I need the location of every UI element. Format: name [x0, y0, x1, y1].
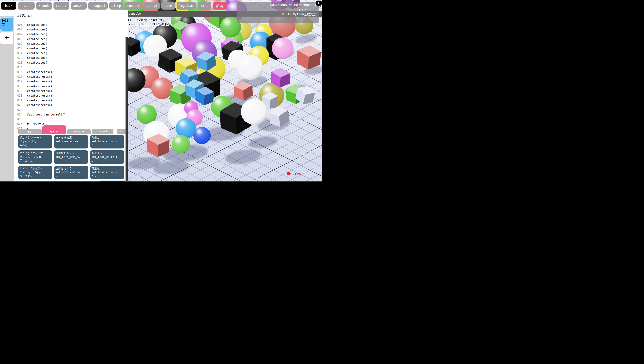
code-text: createspheres() — [27, 93, 52, 98]
code-line: 012createcubes() — [17, 56, 66, 60]
file-tab-3001py[interactable]: 3001.py — [0, 18, 13, 31]
toolbar-button-script[interactable]: script — [144, 2, 160, 10]
line-number: 013 — [17, 60, 25, 65]
line-number: 015 — [17, 70, 25, 74]
line-number: 016 — [17, 74, 25, 79]
code-line: 005createcubes() — [17, 23, 66, 27]
live-label: live — [292, 171, 302, 176]
code-line: 006createcubes() — [17, 27, 66, 32]
code-line: 018createspheres() — [17, 84, 66, 89]
snippet-button[interactable]: dialog("ダイアロ グメッセージを表 示します… — [18, 150, 52, 164]
line-number: 010 — [17, 46, 25, 51]
code-text: createcubes() — [27, 51, 49, 56]
scene-cube — [267, 104, 291, 130]
line-number: 018 — [17, 84, 25, 89]
toolbar-button-console[interactable]: console — [125, 2, 142, 10]
line-number: 005 — [17, 23, 25, 27]
console-line: >>> [python] HELLO WORLD — [128, 22, 170, 27]
toolbar: back...< undoredo >answerdraggablsleepco… — [1, 2, 227, 10]
code-line: 013createcubes() — [17, 60, 66, 65]
snippet-tab-object[interactable]: object — [92, 129, 114, 134]
line-number: 007 — [17, 32, 25, 37]
code-line: 011createcubes() — [17, 51, 66, 56]
code-line: 015createspheres() — [17, 70, 66, 74]
snippet-tab-oragon[interactable]: oragon — [67, 129, 90, 134]
window-bottom-edge — [0, 181, 322, 182]
line-number: 012 — [17, 56, 25, 60]
snippet-tab-py[interactable]: py — [18, 129, 42, 134]
code-line: 008createcubes() — [17, 37, 66, 42]
code-lines[interactable]: 005createcubes()006createcubes()007creat… — [17, 23, 66, 131]
snippet-button[interactable]: 透視射影カメラ set_pers_cam_d… — [54, 150, 88, 164]
code-text: createspheres() — [27, 89, 52, 93]
scene-sphere — [272, 38, 294, 59]
mode-label: SOLVEPROBLEM MODE #003001 — [237, 3, 316, 7]
editor-filename: 3001.py — [17, 13, 32, 18]
toolbar-button-dots[interactable]: ... — [18, 2, 34, 10]
add-file-button[interactable]: + — [0, 32, 13, 44]
toolbar-button-draggabl[interactable]: draggabl — [88, 2, 108, 10]
toolbar-button-redo[interactable]: redo > — [54, 2, 69, 10]
line-number: 008 — [17, 37, 25, 42]
code-text: createspheres() — [27, 103, 52, 107]
scene-sphere — [194, 127, 211, 144]
scene-cube — [296, 44, 322, 73]
code-line: 024#set_pers_cam_default() — [17, 112, 66, 117]
code-line: 014 — [17, 65, 66, 70]
line-number: 017 — [17, 79, 25, 84]
line-number: 020 — [17, 93, 25, 98]
code-text: createspheres() — [27, 79, 52, 84]
line-number: 006 — [17, 27, 25, 32]
code-line: 023 — [17, 108, 66, 112]
snippet-button[interactable]: 背景グレー set_base_color(c … — [90, 150, 124, 164]
code-line: 010createcubes() — [17, 46, 66, 51]
code-line: 020createspheres() — [17, 93, 66, 98]
line-number: 014 — [17, 65, 25, 70]
line-number: 021 — [17, 98, 25, 103]
code-text: createcubes() — [27, 32, 49, 37]
snippet-button[interactable]: 正射影カメラ set_orth_cam_de … — [54, 166, 88, 179]
play-button[interactable]: play — [213, 2, 227, 10]
line-number: 009 — [17, 42, 25, 46]
snippet-tab-system[interactable]: system — [42, 125, 66, 134]
line-number: 022 — [17, 103, 25, 107]
live-indicator: live — [287, 171, 302, 176]
code-text: createspheres() — [27, 70, 52, 74]
code-text: createcubes() — [27, 60, 49, 65]
editor-scrollbar[interactable] — [126, 37, 128, 181]
scene-sphere — [238, 55, 263, 80]
line-number: 024 — [17, 112, 25, 117]
code-text: #set_pers_cam_default() — [27, 112, 66, 117]
code-line: 009createcubes() — [17, 42, 66, 46]
line-number: 025 — [17, 117, 25, 122]
code-text: createcubes() — [27, 27, 49, 32]
snippet-button[interactable]: 背景白 set_base_color(c ol… — [90, 135, 124, 149]
console-line: >>> [system] execute. — [128, 18, 170, 22]
toolbar-button-undo[interactable]: < undo — [36, 2, 52, 10]
toolbar-button-save[interactable]: save — [161, 2, 175, 10]
code-line: 019createspheres() — [17, 89, 66, 93]
console-output: >>> [system] execute.>>> [python] HELLO … — [128, 18, 170, 27]
snippet-button[interactable]: カメラ非表示 set_camera_text … — [54, 135, 88, 149]
scene-cube — [146, 133, 170, 159]
snippet-button[interactable]: 背景黒 set_base_color(c ol… — [90, 166, 124, 179]
line-number: 011 — [17, 51, 25, 56]
lesson-label: (3000) フリー — [237, 16, 316, 20]
code-text: createcubes() — [27, 42, 49, 46]
toolbar-button-logclear[interactable]: logclear — [177, 2, 196, 10]
toolbar-button-sleep[interactable]: sleep — [109, 2, 123, 10]
code-text: createcubes() — [27, 23, 49, 27]
back-button[interactable]: back — [1, 2, 16, 10]
toolbar-button-answer[interactable]: answer — [71, 2, 86, 10]
snippet-button[interactable]: alert("アラート メッセージ", None)… — [18, 135, 52, 149]
code-editor[interactable]: 3001.py 005createcubes()006createcubes()… — [0, 10, 128, 181]
code-line: 021createspheres() — [17, 98, 66, 103]
file-sidebar: 3001.py + — [0, 16, 14, 182]
close-button[interactable]: X — [316, 1, 322, 6]
snippet-button[interactable]: dialog("ダイアロ グメッセージを表 示します… — [18, 166, 52, 179]
code-line: 022createspheres() — [17, 103, 66, 107]
toolbar-button-stop[interactable]: stop — [198, 2, 212, 10]
code-line: 007createcubes() — [17, 32, 66, 37]
code-text: createcubes() — [27, 56, 49, 60]
code-line: 025 — [17, 117, 66, 122]
